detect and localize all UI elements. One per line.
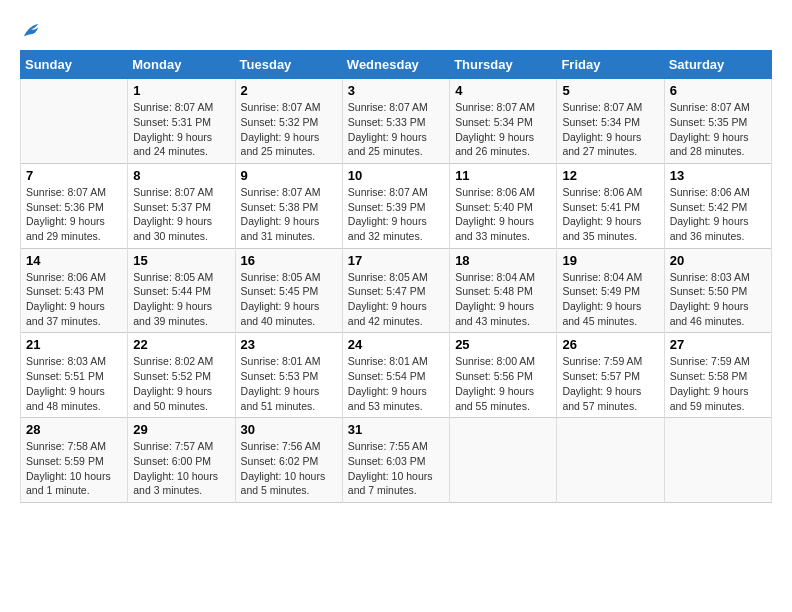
- day-info: Sunrise: 8:07 AMSunset: 5:34 PMDaylight:…: [455, 100, 551, 159]
- page-header: [20, 20, 772, 40]
- day-number: 12: [562, 168, 658, 183]
- calendar-cell: 23Sunrise: 8:01 AMSunset: 5:53 PMDayligh…: [235, 333, 342, 418]
- col-header-thursday: Thursday: [450, 51, 557, 79]
- day-info: Sunrise: 8:07 AMSunset: 5:36 PMDaylight:…: [26, 185, 122, 244]
- calendar-cell: 1Sunrise: 8:07 AMSunset: 5:31 PMDaylight…: [128, 79, 235, 164]
- day-number: 14: [26, 253, 122, 268]
- day-info: Sunrise: 7:58 AMSunset: 5:59 PMDaylight:…: [26, 439, 122, 498]
- day-number: 31: [348, 422, 444, 437]
- day-info: Sunrise: 8:04 AMSunset: 5:49 PMDaylight:…: [562, 270, 658, 329]
- day-number: 19: [562, 253, 658, 268]
- day-number: 29: [133, 422, 229, 437]
- day-info: Sunrise: 8:06 AMSunset: 5:41 PMDaylight:…: [562, 185, 658, 244]
- col-header-friday: Friday: [557, 51, 664, 79]
- calendar-cell: [450, 418, 557, 503]
- calendar-cell: 19Sunrise: 8:04 AMSunset: 5:49 PMDayligh…: [557, 248, 664, 333]
- col-header-monday: Monday: [128, 51, 235, 79]
- calendar-cell: 3Sunrise: 8:07 AMSunset: 5:33 PMDaylight…: [342, 79, 449, 164]
- day-info: Sunrise: 8:07 AMSunset: 5:37 PMDaylight:…: [133, 185, 229, 244]
- day-info: Sunrise: 8:01 AMSunset: 5:53 PMDaylight:…: [241, 354, 337, 413]
- day-info: Sunrise: 8:01 AMSunset: 5:54 PMDaylight:…: [348, 354, 444, 413]
- day-info: Sunrise: 8:03 AMSunset: 5:50 PMDaylight:…: [670, 270, 766, 329]
- day-number: 23: [241, 337, 337, 352]
- day-number: 15: [133, 253, 229, 268]
- calendar-cell: 7Sunrise: 8:07 AMSunset: 5:36 PMDaylight…: [21, 163, 128, 248]
- calendar-cell: 11Sunrise: 8:06 AMSunset: 5:40 PMDayligh…: [450, 163, 557, 248]
- calendar-cell: 9Sunrise: 8:07 AMSunset: 5:38 PMDaylight…: [235, 163, 342, 248]
- calendar-cell: 28Sunrise: 7:58 AMSunset: 5:59 PMDayligh…: [21, 418, 128, 503]
- day-info: Sunrise: 7:57 AMSunset: 6:00 PMDaylight:…: [133, 439, 229, 498]
- calendar-cell: 25Sunrise: 8:00 AMSunset: 5:56 PMDayligh…: [450, 333, 557, 418]
- calendar-week-row: 21Sunrise: 8:03 AMSunset: 5:51 PMDayligh…: [21, 333, 772, 418]
- calendar-cell: 26Sunrise: 7:59 AMSunset: 5:57 PMDayligh…: [557, 333, 664, 418]
- calendar-cell: 10Sunrise: 8:07 AMSunset: 5:39 PMDayligh…: [342, 163, 449, 248]
- calendar-cell: 27Sunrise: 7:59 AMSunset: 5:58 PMDayligh…: [664, 333, 771, 418]
- logo: [20, 20, 40, 40]
- calendar-cell: 15Sunrise: 8:05 AMSunset: 5:44 PMDayligh…: [128, 248, 235, 333]
- calendar-cell: [664, 418, 771, 503]
- day-info: Sunrise: 8:07 AMSunset: 5:32 PMDaylight:…: [241, 100, 337, 159]
- day-number: 21: [26, 337, 122, 352]
- calendar-cell: 14Sunrise: 8:06 AMSunset: 5:43 PMDayligh…: [21, 248, 128, 333]
- calendar-cell: [21, 79, 128, 164]
- calendar-cell: 22Sunrise: 8:02 AMSunset: 5:52 PMDayligh…: [128, 333, 235, 418]
- day-number: 3: [348, 83, 444, 98]
- day-info: Sunrise: 8:07 AMSunset: 5:34 PMDaylight:…: [562, 100, 658, 159]
- day-number: 11: [455, 168, 551, 183]
- calendar-cell: 4Sunrise: 8:07 AMSunset: 5:34 PMDaylight…: [450, 79, 557, 164]
- day-info: Sunrise: 8:02 AMSunset: 5:52 PMDaylight:…: [133, 354, 229, 413]
- calendar-week-row: 1Sunrise: 8:07 AMSunset: 5:31 PMDaylight…: [21, 79, 772, 164]
- day-info: Sunrise: 8:07 AMSunset: 5:35 PMDaylight:…: [670, 100, 766, 159]
- day-number: 8: [133, 168, 229, 183]
- day-number: 24: [348, 337, 444, 352]
- day-number: 2: [241, 83, 337, 98]
- col-header-tuesday: Tuesday: [235, 51, 342, 79]
- day-number: 16: [241, 253, 337, 268]
- day-number: 5: [562, 83, 658, 98]
- col-header-saturday: Saturday: [664, 51, 771, 79]
- day-info: Sunrise: 8:04 AMSunset: 5:48 PMDaylight:…: [455, 270, 551, 329]
- calendar-cell: 5Sunrise: 8:07 AMSunset: 5:34 PMDaylight…: [557, 79, 664, 164]
- day-number: 22: [133, 337, 229, 352]
- day-number: 18: [455, 253, 551, 268]
- day-number: 7: [26, 168, 122, 183]
- day-number: 28: [26, 422, 122, 437]
- day-number: 26: [562, 337, 658, 352]
- col-header-sunday: Sunday: [21, 51, 128, 79]
- day-info: Sunrise: 8:05 AMSunset: 5:44 PMDaylight:…: [133, 270, 229, 329]
- calendar-cell: 18Sunrise: 8:04 AMSunset: 5:48 PMDayligh…: [450, 248, 557, 333]
- day-info: Sunrise: 8:07 AMSunset: 5:39 PMDaylight:…: [348, 185, 444, 244]
- day-info: Sunrise: 8:07 AMSunset: 5:31 PMDaylight:…: [133, 100, 229, 159]
- day-info: Sunrise: 8:07 AMSunset: 5:33 PMDaylight:…: [348, 100, 444, 159]
- calendar-cell: 20Sunrise: 8:03 AMSunset: 5:50 PMDayligh…: [664, 248, 771, 333]
- calendar-cell: 29Sunrise: 7:57 AMSunset: 6:00 PMDayligh…: [128, 418, 235, 503]
- calendar-cell: 24Sunrise: 8:01 AMSunset: 5:54 PMDayligh…: [342, 333, 449, 418]
- day-number: 4: [455, 83, 551, 98]
- calendar-cell: 13Sunrise: 8:06 AMSunset: 5:42 PMDayligh…: [664, 163, 771, 248]
- day-info: Sunrise: 7:55 AMSunset: 6:03 PMDaylight:…: [348, 439, 444, 498]
- day-number: 20: [670, 253, 766, 268]
- day-info: Sunrise: 8:06 AMSunset: 5:40 PMDaylight:…: [455, 185, 551, 244]
- calendar-cell: 31Sunrise: 7:55 AMSunset: 6:03 PMDayligh…: [342, 418, 449, 503]
- day-info: Sunrise: 8:03 AMSunset: 5:51 PMDaylight:…: [26, 354, 122, 413]
- col-header-wednesday: Wednesday: [342, 51, 449, 79]
- calendar-header-row: SundayMondayTuesdayWednesdayThursdayFrid…: [21, 51, 772, 79]
- day-info: Sunrise: 7:56 AMSunset: 6:02 PMDaylight:…: [241, 439, 337, 498]
- day-info: Sunrise: 8:06 AMSunset: 5:43 PMDaylight:…: [26, 270, 122, 329]
- day-info: Sunrise: 8:00 AMSunset: 5:56 PMDaylight:…: [455, 354, 551, 413]
- day-number: 17: [348, 253, 444, 268]
- logo-text: [20, 20, 40, 44]
- day-number: 30: [241, 422, 337, 437]
- day-number: 9: [241, 168, 337, 183]
- calendar-week-row: 28Sunrise: 7:58 AMSunset: 5:59 PMDayligh…: [21, 418, 772, 503]
- day-info: Sunrise: 8:05 AMSunset: 5:45 PMDaylight:…: [241, 270, 337, 329]
- day-info: Sunrise: 8:05 AMSunset: 5:47 PMDaylight:…: [348, 270, 444, 329]
- calendar-table: SundayMondayTuesdayWednesdayThursdayFrid…: [20, 50, 772, 503]
- calendar-week-row: 7Sunrise: 8:07 AMSunset: 5:36 PMDaylight…: [21, 163, 772, 248]
- calendar-cell: [557, 418, 664, 503]
- day-info: Sunrise: 7:59 AMSunset: 5:58 PMDaylight:…: [670, 354, 766, 413]
- day-info: Sunrise: 7:59 AMSunset: 5:57 PMDaylight:…: [562, 354, 658, 413]
- day-number: 1: [133, 83, 229, 98]
- logo-bird-icon: [22, 21, 40, 39]
- day-number: 25: [455, 337, 551, 352]
